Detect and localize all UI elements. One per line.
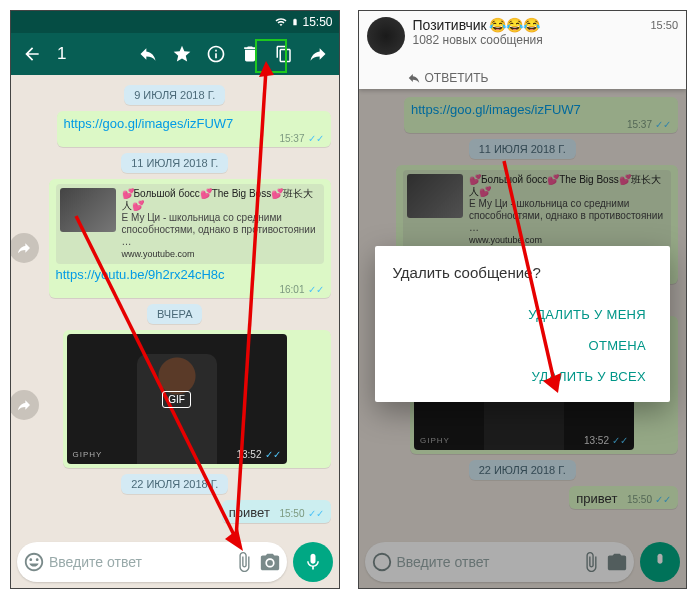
avatar — [367, 17, 405, 55]
gif-content[interactable]: GIF GIPHY 13:52✓✓ — [67, 334, 287, 464]
preview-title: 💕Большой босс💕The Big Boss💕班长大人💕 — [122, 188, 320, 212]
reply-icon — [407, 71, 421, 85]
back-button[interactable] — [15, 33, 49, 75]
message-gif[interactable]: GIF GIPHY 13:52✓✓ — [63, 330, 331, 468]
camera-icon[interactable] — [259, 551, 281, 573]
message-input[interactable]: Введите ответ — [17, 542, 287, 582]
status-time: 15:50 — [302, 15, 332, 29]
laugh-emoji-icon: 😂😂😂 — [489, 17, 540, 33]
emoji-icon[interactable] — [23, 551, 45, 573]
message-link-text[interactable]: https://goo.gl/images/izFUW7 — [64, 116, 234, 131]
preview-thumb — [60, 188, 116, 232]
reply-button[interactable] — [131, 33, 165, 75]
date-chip: ВЧЕРА — [147, 304, 202, 324]
mic-button[interactable] — [293, 542, 333, 582]
wifi-icon — [274, 16, 288, 28]
notif-title: Позитивчик — [413, 17, 487, 33]
date-chip: 11 ИЮЛЯ 2018 Г. — [121, 153, 228, 173]
selection-action-bar: 1 — [11, 33, 339, 75]
input-bar: Введите ответ — [17, 542, 333, 582]
giphy-label: GIPHY — [73, 450, 103, 459]
notification-banner[interactable]: Позитивчик😂😂😂15:50 1082 новых сообщения … — [359, 11, 687, 89]
status-bar: 15:50 — [11, 11, 339, 33]
preview-desc: Е Му Ци - школьница со средними способно… — [122, 212, 320, 248]
forward-button[interactable] — [301, 33, 335, 75]
message-text: привет — [229, 505, 270, 520]
delete-for-me-button[interactable]: УДАЛИТЬ У МЕНЯ — [393, 299, 653, 330]
notif-time: 15:50 — [650, 19, 678, 31]
selection-count: 1 — [49, 44, 74, 64]
attach-icon[interactable] — [233, 551, 255, 573]
message-link-1[interactable]: https://goo.gl/images/izFUW7 15:37✓✓ — [57, 111, 331, 147]
message-youtube[interactable]: 💕Большой босс💕The Big Boss💕班长大人💕 Е Му Ци… — [49, 179, 331, 298]
battery-icon — [291, 16, 299, 28]
date-chip: 22 ИЮЛЯ 2018 Г. — [121, 474, 228, 494]
svg-point-0 — [267, 560, 273, 566]
message-selected[interactable]: привет 15:50✓✓ — [222, 500, 331, 523]
link-preview[interactable]: 💕Большой босс💕The Big Boss💕班长大人💕 Е Му Ци… — [56, 184, 324, 264]
notif-reply-button[interactable]: ОТВЕТИТЬ — [407, 71, 489, 85]
read-ticks-icon: ✓✓ — [308, 284, 324, 295]
read-ticks-icon: ✓✓ — [308, 133, 324, 144]
preview-url: www.youtube.com — [122, 248, 320, 260]
info-button[interactable] — [199, 33, 233, 75]
notif-subtitle: 1082 новых сообщения — [413, 33, 679, 47]
phone-left: 15:50 1 9 ИЮЛЯ 2018 Г. https://goo.gl/im… — [10, 10, 340, 589]
cancel-button[interactable]: ОТМЕНА — [393, 330, 653, 361]
phone-right: https://goo.gl/images/izFUW7 15:37✓✓ 11 … — [358, 10, 688, 589]
input-placeholder: Введите ответ — [49, 554, 229, 570]
read-ticks-icon: ✓✓ — [308, 508, 324, 519]
star-button[interactable] — [165, 33, 199, 75]
gif-badge: GIF — [162, 391, 191, 408]
dialog-title: Удалить сообщение? — [393, 264, 653, 281]
forward-circle-icon[interactable] — [11, 390, 39, 420]
date-chip: 9 ИЮЛЯ 2018 Г. — [124, 85, 225, 105]
read-ticks-icon: ✓✓ — [265, 449, 281, 460]
chat-panel[interactable]: 9 ИЮЛЯ 2018 Г. https://goo.gl/images/izF… — [11, 75, 339, 548]
message-link-text[interactable]: https://youtu.be/9h2rx24cH8c — [56, 267, 225, 282]
highlight-delete — [255, 39, 287, 73]
forward-circle-icon[interactable] — [11, 233, 39, 263]
